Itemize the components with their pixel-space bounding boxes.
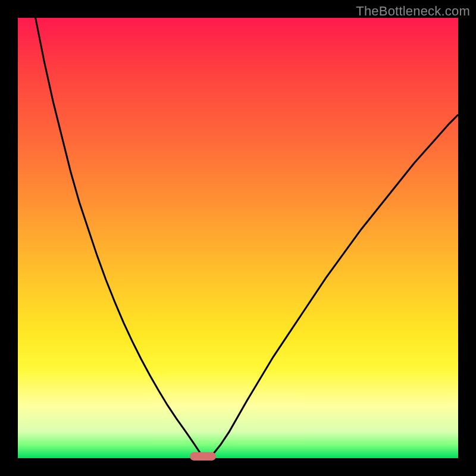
chart-frame: TheBottleneck.com <box>0 0 476 476</box>
watermark-text: TheBottleneck.com <box>356 4 470 19</box>
minimum-marker <box>190 452 216 461</box>
curve-right-branch <box>212 115 458 456</box>
bottleneck-curve <box>18 18 458 458</box>
curve-left-branch <box>36 18 203 457</box>
plot-area <box>18 18 458 458</box>
